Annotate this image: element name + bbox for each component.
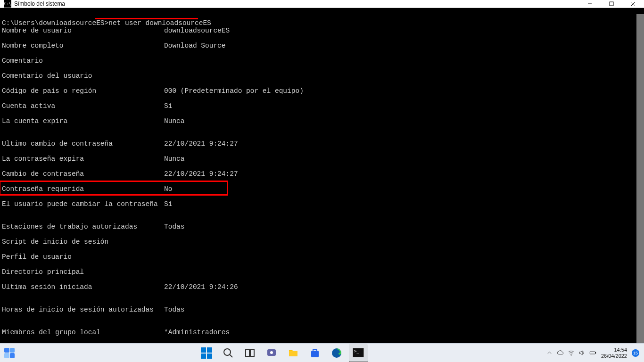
- output-row: Ultima sesión iniciada22/10/2021 9:24:26: [2, 283, 642, 291]
- clock-time: 14:54: [601, 347, 627, 353]
- window-title: Símbolo del sistema: [14, 0, 579, 7]
- output-row: Nombre de usuariodownloadsourceES: [2, 27, 642, 34]
- output-row: Miembros del grupo local*Administradores: [2, 329, 642, 336]
- chat-button[interactable]: [262, 344, 281, 362]
- svg-rect-1: [610, 2, 613, 6]
- output-row: Perfil de usuario: [2, 253, 642, 261]
- start-button[interactable]: [197, 344, 216, 362]
- prompt-path: C:\Users\downloadsourceES>: [2, 19, 108, 27]
- battery-icon[interactable]: [589, 349, 596, 356]
- command-prompt-window: C:\ Símbolo del sistema C:\Users\downloa…: [0, 0, 644, 344]
- output-row: Estaciones de trabajo autorizadasTodas: [2, 223, 642, 230]
- prompt-command: net user downloadsourceES: [108, 19, 211, 27]
- output-row: Comentario: [2, 57, 642, 65]
- notification-badge[interactable]: 15: [632, 349, 639, 357]
- maximize-button[interactable]: [601, 0, 622, 8]
- annotation-underline: [95, 18, 198, 19]
- taskbar: >_ 14:54 26/04/2022 15: [0, 343, 644, 362]
- output-row: Directorio principal: [2, 268, 642, 276]
- file-explorer-button[interactable]: [284, 344, 303, 362]
- titlebar[interactable]: C:\ Símbolo del sistema: [0, 0, 644, 8]
- svg-rect-10: [311, 351, 319, 357]
- output-row: Cuenta activaSí: [2, 102, 642, 110]
- search-button[interactable]: [219, 344, 238, 362]
- svg-rect-15: [595, 352, 595, 354]
- output-row: Ultimo cambio de contraseña22/10/2021 9:…: [2, 140, 642, 148]
- output-row: La contraseña expiraNunca: [2, 155, 642, 163]
- svg-rect-11: [313, 349, 317, 351]
- terminal-output[interactable]: C:\Users\downloadsourceES>net user downl…: [0, 8, 644, 362]
- prompt-line: C:\Users\downloadsourceES>net user downl…: [2, 19, 211, 27]
- command-prompt-taskbar-button[interactable]: >_: [349, 344, 368, 362]
- wifi-icon[interactable]: [568, 349, 575, 356]
- volume-icon[interactable]: [578, 349, 586, 356]
- clock[interactable]: 14:54 26/04/2022: [601, 347, 627, 359]
- scrollbar[interactable]: [636, 14, 644, 344]
- output-row: Código de país o región000 (Predetermina…: [2, 87, 642, 95]
- app-icon: C:\: [4, 0, 11, 8]
- task-view-button[interactable]: [240, 344, 259, 362]
- output-row: Script de inicio de sesión: [2, 238, 642, 246]
- svg-point-9: [270, 351, 273, 354]
- svg-point-4: [224, 349, 231, 355]
- svg-line-5: [230, 354, 232, 357]
- output-row: Cambio de contraseña22/10/2021 9:24:27: [2, 170, 642, 178]
- edge-button[interactable]: [327, 344, 346, 362]
- svg-rect-14: [590, 352, 595, 354]
- minimize-button[interactable]: [579, 0, 601, 8]
- close-button[interactable]: [622, 0, 644, 8]
- svg-rect-6: [246, 350, 249, 356]
- system-tray[interactable]: [546, 349, 596, 356]
- svg-rect-7: [250, 350, 254, 356]
- output-row: Comentario del usuario: [2, 72, 642, 80]
- chevron-up-icon[interactable]: [546, 349, 553, 356]
- output-row: Nombre completoDownload Source: [2, 42, 642, 49]
- annotation-box: [0, 181, 228, 196]
- widgets-button[interactable]: [0, 344, 19, 362]
- scrollbar-thumb[interactable]: [636, 14, 644, 344]
- output-row: Horas de inicio de sesión autorizadasTod…: [2, 306, 642, 313]
- clock-date: 26/04/2022: [601, 353, 627, 359]
- svg-point-13: [571, 355, 571, 355]
- cloud-icon[interactable]: [557, 349, 564, 356]
- output-row: El usuario puede cambiar la contraseñaSí: [2, 200, 642, 208]
- microsoft-store-button[interactable]: [305, 344, 324, 362]
- output-row: La cuenta expiraNunca: [2, 117, 642, 125]
